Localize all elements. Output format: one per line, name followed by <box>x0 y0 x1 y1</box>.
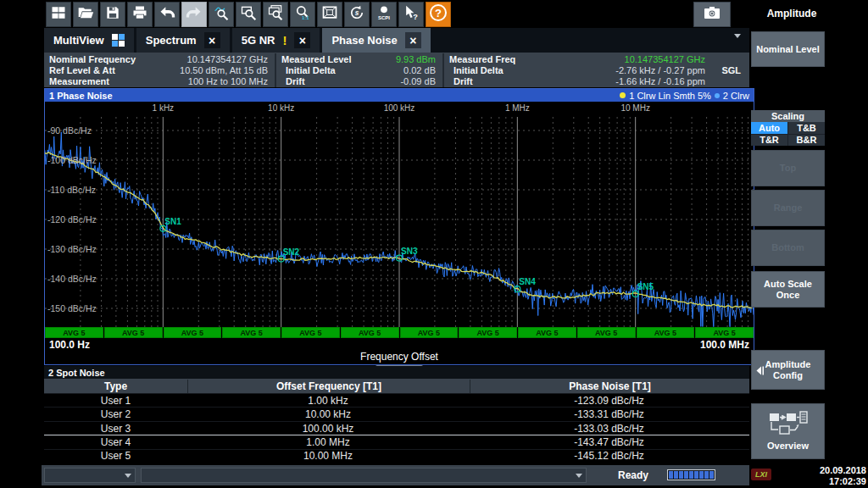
cell-type: User 3 <box>44 422 187 435</box>
svg-text:SN5: SN5 <box>637 282 654 291</box>
table-row[interactable]: User 3 100.00 kHz -133.03 dBc/Hz <box>44 421 749 435</box>
avg-count-badge: AVG 5 <box>695 327 754 338</box>
header-label: Measurement <box>49 76 109 87</box>
header-value: 10.147354127 GHz <box>625 54 705 65</box>
redo-arrow-icon <box>186 4 203 25</box>
progress-segment <box>679 471 683 479</box>
zoom-windows-button[interactable] <box>263 2 288 27</box>
redo-button[interactable] <box>181 2 207 27</box>
scaling-option-br[interactable]: B&R <box>788 135 825 147</box>
zoom-1to1-button[interactable]: 1:1 <box>290 2 315 27</box>
svg-text:-100 dBc/Hz: -100 dBc/Hz <box>47 155 97 165</box>
tab-spectrum[interactable]: Spectrum × <box>136 28 230 53</box>
trace-legend: 1 Clrw Lin Smth 5% 2 Clrw <box>620 91 749 101</box>
softkey-bottom[interactable]: Bottom <box>751 230 825 266</box>
status-dropdown-left[interactable] <box>44 468 136 483</box>
screenshot-button[interactable] <box>693 2 731 27</box>
avg-count-badge: AVG 5 <box>637 327 695 338</box>
cell-noise: -133.31 dBc/Hz <box>469 408 749 420</box>
scpi-recorder-button[interactable]: SCPI <box>371 2 397 27</box>
chart-title-bar: 1 Phase Noise 1 Clrw Lin Smth 5% 2 Clrw <box>45 89 754 102</box>
help-button[interactable]: ? <box>426 2 451 27</box>
scaling-option-auto[interactable]: Auto <box>751 122 787 134</box>
warning-icon: ! <box>282 33 287 47</box>
header-label: Measured Freq <box>449 54 515 65</box>
save-button[interactable] <box>100 2 125 27</box>
tab-multiview[interactable]: MultiView <box>44 28 134 53</box>
tab-5g-nr[interactable]: 5G NR ! × <box>232 28 320 53</box>
stop-frequency-label: 100.0 MHz <box>700 339 749 351</box>
cell-noise: -145.12 dBc/Hz <box>469 450 749 463</box>
tab-phase-noise[interactable]: Phase Noise × <box>322 28 430 53</box>
trace2-color-dot <box>715 93 720 98</box>
header-measured-freq-column: Measured Freq10.147354127 GHz Initial De… <box>442 53 749 87</box>
camera-icon <box>702 3 722 26</box>
sweep-restart-button[interactable]: s <box>344 2 370 27</box>
zoom-trace-icon <box>213 4 230 25</box>
svg-text:SN3: SN3 <box>401 247 418 256</box>
table-row[interactable]: User 1 1.00 kHz -123.09 dBc/Hz <box>44 393 749 407</box>
context-help-button[interactable]: ? <box>398 2 424 27</box>
table-row[interactable]: User 4 1.00 MHz -143.47 dBc/Hz <box>44 435 749 448</box>
header-label: Ref Level & Att <box>49 65 115 76</box>
svg-text:-140 dBc/Hz: -140 dBc/Hz <box>47 274 97 284</box>
softkey-label: Scaling <box>771 111 804 122</box>
undo-button[interactable] <box>154 2 180 27</box>
scaling-mode-toggle: Auto T&B T&R B&R <box>751 122 825 146</box>
svg-text:-150 dBc/Hz: -150 dBc/Hz <box>47 303 97 313</box>
column-header-noise: Phase Noise [T1] <box>470 380 749 393</box>
scaling-option-tb[interactable]: T&B <box>788 122 825 134</box>
header-value: -2.76 kHz / -0.27 ppm <box>615 65 705 76</box>
trace1-color-dot <box>620 92 626 98</box>
progress-segment <box>689 471 693 479</box>
progress-segment <box>669 471 673 479</box>
cell-offset: 10.00 kHz <box>187 408 469 420</box>
open-file-button[interactable] <box>73 2 98 27</box>
overview-flow-icon <box>768 411 809 439</box>
cell-type: User 5 <box>44 450 187 463</box>
analyzer-screen: 1:1 s SCPI ? ? Amplitude MultiView Spect… <box>0 0 868 488</box>
scaling-option-tr[interactable]: T&R <box>751 135 787 147</box>
softkey-range[interactable]: Range <box>751 190 825 226</box>
zoom-trace-button[interactable] <box>209 2 234 27</box>
softkey-auto-scale-once[interactable]: Auto Scale Once <box>751 271 825 308</box>
tab-bar: MultiView Spectrum × 5G NR ! × Phase Noi… <box>44 28 749 53</box>
svg-text:?: ? <box>413 13 418 21</box>
close-tab-icon[interactable]: × <box>405 32 421 48</box>
softkey-amplitude-config[interactable]: Amplitude Config <box>751 350 825 390</box>
svg-text:1 MHz: 1 MHz <box>505 103 530 113</box>
close-tab-icon[interactable]: × <box>204 32 220 48</box>
softkey-nominal-level[interactable]: Nominal Level <box>751 31 825 67</box>
zoom-selection-button[interactable] <box>236 2 261 27</box>
softkey-label: Bottom <box>771 242 804 253</box>
phase-noise-plot[interactable]: 1 kHz10 kHz100 kHz1 MHz10 MHz-90 dBc/Hz-… <box>45 102 754 327</box>
sweep-restart-icon: s <box>348 4 365 25</box>
tab-label: 5G NR <box>242 34 275 47</box>
status-message-dropdown[interactable] <box>141 468 587 483</box>
svg-text:-130 dBc/Hz: -130 dBc/Hz <box>47 244 97 254</box>
progress-segment <box>704 471 709 479</box>
cell-offset: 10.00 MHz <box>187 450 469 463</box>
svg-text:100 kHz: 100 kHz <box>384 103 415 113</box>
lxi-status-icon[interactable]: LXI <box>751 469 771 480</box>
collapse-left-icon <box>756 366 765 378</box>
header-value: 10.50 dBm, Att 15 dB <box>180 65 268 76</box>
display-frame-button[interactable] <box>317 2 342 27</box>
avg-count-badge: AVG 5 <box>45 327 103 338</box>
softkey-top[interactable]: Top <box>751 150 825 186</box>
svg-text:SN2: SN2 <box>283 247 300 257</box>
svg-text:SN1: SN1 <box>164 217 181 226</box>
close-tab-icon[interactable]: × <box>294 32 310 48</box>
softkey-overview[interactable]: Overview <box>751 403 825 459</box>
toolbar: 1:1 s SCPI ? ? <box>46 2 451 27</box>
window-layout-button[interactable] <box>46 2 71 27</box>
table-row[interactable]: User 2 10.00 kHz -133.31 dBc/Hz <box>44 407 749 420</box>
tab-list-dropdown[interactable] <box>734 38 741 53</box>
header-value: 10.147354127 GHz <box>187 54 268 65</box>
svg-text:-110 dBc/Hz: -110 dBc/Hz <box>47 185 96 195</box>
zoom-1to1-icon: 1:1 <box>294 4 311 25</box>
multiview-grid-icon <box>112 34 125 47</box>
print-button[interactable] <box>127 2 153 27</box>
table-row[interactable]: User 5 10.00 MHz -145.12 dBc/Hz <box>44 449 749 463</box>
cell-type: User 2 <box>44 408 187 420</box>
